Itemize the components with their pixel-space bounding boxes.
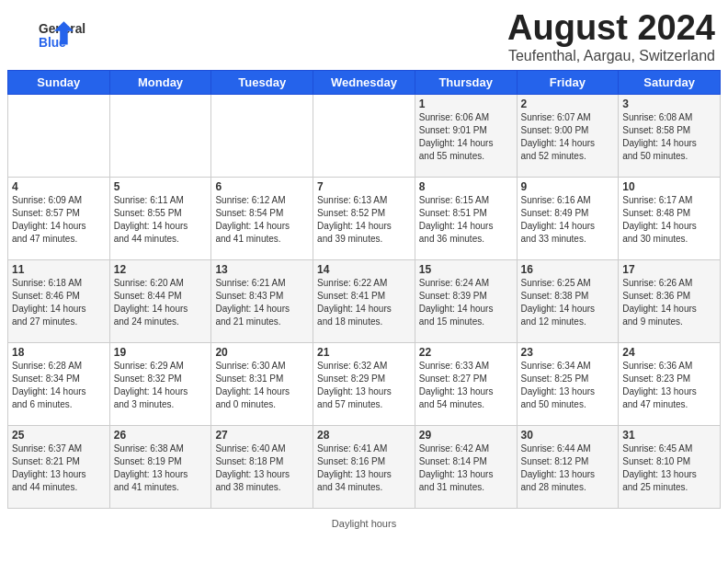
calendar-cell: 15Sunrise: 6:24 AMSunset: 8:39 PMDayligh… [415,259,517,342]
calendar-cell: 23Sunrise: 6:34 AMSunset: 8:25 PMDayligh… [517,342,619,425]
day-info: Sunrise: 6:26 AMSunset: 8:36 PMDaylight:… [622,277,716,328]
day-number: 22 [419,346,513,359]
day-number: 15 [419,263,513,276]
day-info: Sunrise: 6:45 AMSunset: 8:10 PMDaylight:… [622,442,716,494]
day-info: Sunrise: 6:20 AMSunset: 8:44 PMDaylight:… [114,277,208,328]
calendar-cell: 18Sunrise: 6:28 AMSunset: 8:34 PMDayligh… [8,342,110,425]
day-info: Sunrise: 6:30 AMSunset: 8:31 PMDaylight:… [215,360,309,411]
calendar-cell: 5Sunrise: 6:11 AMSunset: 8:55 PMDaylight… [109,177,211,259]
day-number: 4 [12,180,106,193]
day-info: Sunrise: 6:24 AMSunset: 8:39 PMDaylight:… [419,277,513,328]
day-number: 18 [12,346,106,359]
day-number: 10 [622,180,716,193]
day-number: 31 [622,429,716,442]
calendar-cell: 14Sunrise: 6:22 AMSunset: 8:41 PMDayligh… [313,259,415,342]
day-number: 16 [521,263,615,276]
day-info: Sunrise: 6:41 AMSunset: 8:16 PMDaylight:… [317,442,411,494]
calendar-wrapper: SundayMondayTuesdayWednesdayThursdayFrid… [0,70,728,516]
calendar-cell: 13Sunrise: 6:21 AMSunset: 8:43 PMDayligh… [211,259,313,342]
calendar-cell: 1Sunrise: 6:06 AMSunset: 9:01 PMDaylight… [415,94,517,177]
calendar-cell: 25Sunrise: 6:37 AMSunset: 8:21 PMDayligh… [8,425,110,508]
day-number: 24 [622,346,716,359]
calendar-cell: 4Sunrise: 6:09 AMSunset: 8:57 PMDaylight… [8,177,110,259]
calendar-cell: 21Sunrise: 6:32 AMSunset: 8:29 PMDayligh… [313,342,415,425]
day-info: Sunrise: 6:34 AMSunset: 8:25 PMDaylight:… [521,360,615,411]
day-number: 8 [419,180,513,193]
subtitle: Teufenthal, Aargau, Switzerland [507,48,715,64]
day-number: 19 [114,346,208,359]
day-info: Sunrise: 6:06 AMSunset: 9:01 PMDaylight:… [419,111,513,163]
col-header-wednesday: Wednesday [313,70,415,94]
day-number: 12 [114,263,208,276]
calendar-cell: 11Sunrise: 6:18 AMSunset: 8:46 PMDayligh… [8,259,110,342]
footer-text: Daylight hours [332,518,396,529]
day-number: 26 [114,429,208,442]
calendar-cell: 12Sunrise: 6:20 AMSunset: 8:44 PMDayligh… [109,259,211,342]
calendar-header: SundayMondayTuesdayWednesdayThursdayFrid… [8,70,721,94]
day-info: Sunrise: 6:15 AMSunset: 8:51 PMDaylight:… [419,194,513,246]
day-info: Sunrise: 6:36 AMSunset: 8:23 PMDaylight:… [622,360,716,411]
logo: General Blue [13,17,97,56]
calendar-cell: 30Sunrise: 6:44 AMSunset: 8:12 PMDayligh… [517,425,619,508]
calendar-cell: 19Sunrise: 6:29 AMSunset: 8:32 PMDayligh… [109,342,211,425]
day-info: Sunrise: 6:40 AMSunset: 8:18 PMDaylight:… [215,442,309,494]
day-number: 7 [317,180,411,193]
calendar-cell: 28Sunrise: 6:41 AMSunset: 8:16 PMDayligh… [313,425,415,508]
calendar-cell: 2Sunrise: 6:07 AMSunset: 9:00 PMDaylight… [517,94,619,177]
day-number: 13 [215,263,309,276]
col-header-monday: Monday [109,70,211,94]
calendar-cell: 31Sunrise: 6:45 AMSunset: 8:10 PMDayligh… [619,425,721,508]
calendar-cell [8,94,110,177]
calendar-body: 1Sunrise: 6:06 AMSunset: 9:01 PMDaylight… [8,94,721,508]
calendar-cell: 17Sunrise: 6:26 AMSunset: 8:36 PMDayligh… [619,259,721,342]
day-info: Sunrise: 6:32 AMSunset: 8:29 PMDaylight:… [317,360,411,411]
calendar-cell: 6Sunrise: 6:12 AMSunset: 8:54 PMDaylight… [211,177,313,259]
day-number: 30 [521,429,615,442]
calendar-cell [313,94,415,177]
day-number: 1 [419,98,513,110]
calendar-cell: 29Sunrise: 6:42 AMSunset: 8:14 PMDayligh… [415,425,517,508]
logo-icon: General Blue [15,17,97,52]
day-number: 2 [521,98,615,110]
day-info: Sunrise: 6:22 AMSunset: 8:41 PMDaylight:… [317,277,411,328]
col-header-sunday: Sunday [8,70,110,94]
day-info: Sunrise: 6:07 AMSunset: 9:00 PMDaylight:… [521,111,615,163]
calendar-cell: 16Sunrise: 6:25 AMSunset: 8:38 PMDayligh… [517,259,619,342]
day-info: Sunrise: 6:44 AMSunset: 8:12 PMDaylight:… [521,442,615,494]
calendar-cell: 22Sunrise: 6:33 AMSunset: 8:27 PMDayligh… [415,342,517,425]
calendar-cell: 8Sunrise: 6:15 AMSunset: 8:51 PMDaylight… [415,177,517,259]
day-info: Sunrise: 6:38 AMSunset: 8:19 PMDaylight:… [114,442,208,494]
calendar-cell: 27Sunrise: 6:40 AMSunset: 8:18 PMDayligh… [211,425,313,508]
day-info: Sunrise: 6:17 AMSunset: 8:48 PMDaylight:… [622,194,716,246]
day-info: Sunrise: 6:25 AMSunset: 8:38 PMDaylight:… [521,277,615,328]
day-number: 5 [114,180,208,193]
day-number: 29 [419,429,513,442]
col-header-tuesday: Tuesday [211,70,313,94]
day-info: Sunrise: 6:11 AMSunset: 8:55 PMDaylight:… [114,194,208,246]
day-number: 17 [622,263,716,276]
day-info: Sunrise: 6:09 AMSunset: 8:57 PMDaylight:… [12,194,106,246]
footer: Daylight hours [0,516,728,531]
day-info: Sunrise: 6:12 AMSunset: 8:54 PMDaylight:… [215,194,309,246]
col-header-friday: Friday [517,70,619,94]
calendar-cell: 24Sunrise: 6:36 AMSunset: 8:23 PMDayligh… [619,342,721,425]
day-number: 23 [521,346,615,359]
col-header-thursday: Thursday [415,70,517,94]
day-info: Sunrise: 6:37 AMSunset: 8:21 PMDaylight:… [12,442,106,494]
day-number: 21 [317,346,411,359]
calendar-cell [109,94,211,177]
day-info: Sunrise: 6:42 AMSunset: 8:14 PMDaylight:… [419,442,513,494]
day-number: 25 [12,429,106,442]
calendar-cell: 9Sunrise: 6:16 AMSunset: 8:49 PMDaylight… [517,177,619,259]
header: General Blue August 2024 Teufenthal, Aar… [0,0,728,70]
day-number: 14 [317,263,411,276]
main-title: August 2024 [507,9,715,48]
col-header-saturday: Saturday [619,70,721,94]
calendar-cell: 3Sunrise: 6:08 AMSunset: 8:58 PMDaylight… [619,94,721,177]
title-block: August 2024 Teufenthal, Aargau, Switzerl… [507,9,715,64]
day-info: Sunrise: 6:33 AMSunset: 8:27 PMDaylight:… [419,360,513,411]
calendar-cell: 7Sunrise: 6:13 AMSunset: 8:52 PMDaylight… [313,177,415,259]
day-number: 28 [317,429,411,442]
calendar-cell: 20Sunrise: 6:30 AMSunset: 8:31 PMDayligh… [211,342,313,425]
calendar: SundayMondayTuesdayWednesdayThursdayFrid… [7,70,721,509]
